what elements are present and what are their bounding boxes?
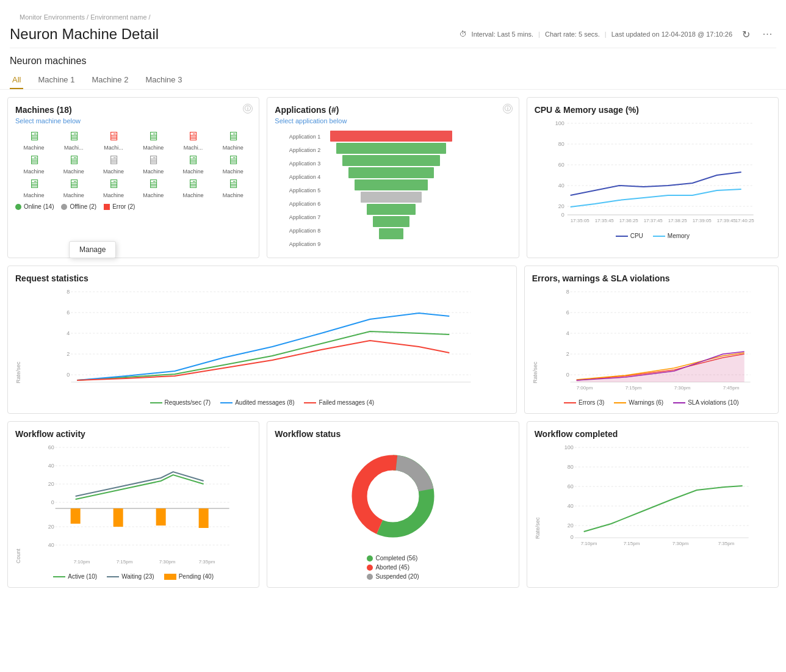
request-stats-chart-area: Rate/sec 8 6 4 2 0 bbox=[15, 286, 509, 396]
cpu-memory-chart: 100 80 60 40 20 0 17:35:05 17:35:45 17:3… bbox=[535, 117, 771, 227]
svg-text:7:10pm: 7:10pm bbox=[580, 541, 597, 546]
app-label: Application 9 bbox=[275, 238, 320, 250]
machine-item[interactable]: 🖥 Machine bbox=[135, 129, 172, 151]
svg-text:6: 6 bbox=[67, 309, 70, 316]
machine-icon: 🖥 bbox=[107, 153, 120, 167]
tab-machine2[interactable]: Machine 2 bbox=[89, 71, 131, 89]
legend-cpu: CPU bbox=[616, 233, 643, 239]
svg-text:100: 100 bbox=[564, 444, 573, 450]
machine-icon: 🖥 bbox=[107, 177, 120, 191]
errors-chart-area: Rate/sec 8 6 4 2 0 7: bbox=[532, 286, 771, 396]
machine-icon: 🖥 bbox=[147, 153, 159, 167]
machine-item[interactable]: 🖥 Machine bbox=[214, 129, 251, 151]
tab-machine1[interactable]: Machine 1 bbox=[35, 71, 77, 89]
svg-text:20: 20 bbox=[567, 522, 573, 529]
machine-item[interactable]: 🖥 Machine bbox=[55, 153, 92, 175]
request-stats-card: Request statistics Rate/sec 8 6 4 2 0 bbox=[7, 266, 517, 414]
legend-waiting: Waiting (23) bbox=[107, 573, 154, 580]
workflow-activity-area: Count 60 40 20 0 bbox=[15, 441, 251, 569]
machine-item[interactable]: 🖥 Machine bbox=[95, 153, 132, 175]
svg-text:17:35:05: 17:35:05 bbox=[570, 218, 590, 223]
machine-item[interactable]: 🖥 Machine bbox=[214, 153, 251, 175]
header-meta: ⏱ Interval: Last 5 mins. | Chart rate: 5… bbox=[460, 30, 732, 38]
row-3: Workflow activity Count 60 40 bbox=[0, 421, 786, 595]
svg-rect-77 bbox=[199, 508, 209, 528]
tab-all[interactable]: All bbox=[10, 71, 23, 89]
y-axis-label-workflow: Count bbox=[15, 441, 21, 563]
svg-text:8: 8 bbox=[67, 289, 70, 295]
svg-rect-75 bbox=[114, 508, 123, 527]
svg-rect-76 bbox=[156, 508, 166, 526]
svg-text:7:00pm: 7:00pm bbox=[576, 385, 593, 391]
legend-dot-online bbox=[15, 204, 21, 210]
legend-aborted-dot bbox=[367, 565, 373, 571]
legend-failed-line bbox=[304, 402, 316, 403]
breadcrumb-monitor[interactable]: Monitor Environments bbox=[20, 13, 85, 21]
svg-rect-3 bbox=[348, 167, 434, 178]
svg-text:0: 0 bbox=[51, 499, 54, 505]
machine-item[interactable]: 🖥 Machi... bbox=[55, 129, 92, 151]
svg-text:17:38:25: 17:38:25 bbox=[668, 218, 687, 223]
machine-item[interactable]: 🖥 Machi... bbox=[95, 129, 132, 151]
svg-text:2: 2 bbox=[566, 351, 569, 357]
machine-item[interactable]: 🖥 Machine bbox=[55, 177, 92, 198]
legend-memory-line bbox=[653, 236, 665, 237]
machines-title: Machines (18) bbox=[15, 105, 251, 115]
workflow-activity-card: Workflow activity Count 60 40 bbox=[7, 421, 259, 588]
machine-icon: 🖥 bbox=[147, 177, 159, 191]
machine-item[interactable]: 🖥 Machine bbox=[15, 129, 52, 151]
svg-text:7:30pm: 7:30pm bbox=[159, 559, 176, 565]
applications-info-icon[interactable]: ⓘ bbox=[503, 104, 513, 114]
refresh-button[interactable]: ↻ bbox=[737, 26, 754, 43]
svg-text:17:35:45: 17:35:45 bbox=[594, 218, 614, 223]
svg-text:20: 20 bbox=[48, 524, 54, 530]
errors-warnings-title: Errors, warnings & SLA violations bbox=[532, 273, 771, 283]
machine-item[interactable]: 🖥 Machine bbox=[135, 177, 172, 198]
svg-text:8: 8 bbox=[566, 289, 569, 295]
machine-item[interactable]: 🖥 Machine bbox=[95, 177, 132, 198]
svg-text:20: 20 bbox=[558, 203, 564, 209]
workflow-completed-card: Workflow completed Rate/sec 100 80 60 40… bbox=[527, 421, 779, 588]
machine-item[interactable]: 🖥 Machine bbox=[214, 177, 251, 198]
legend-warnings: Warnings (6) bbox=[614, 399, 663, 406]
legend-cpu-line bbox=[616, 236, 628, 237]
machine-item[interactable]: 🖥 Machine bbox=[15, 153, 52, 175]
chart-rate-label: Chart rate: 5 secs. bbox=[545, 31, 600, 38]
machines-grid: 🖥 Machine 🖥 Machi... 🖥 Machi... 🖥 Machin… bbox=[15, 129, 251, 198]
legend-pending-bar bbox=[164, 574, 176, 580]
legend-errors-line bbox=[564, 402, 576, 403]
legend-requests: Requests/sec (7) bbox=[150, 399, 211, 406]
svg-text:40: 40 bbox=[558, 182, 564, 189]
app-label: Application 3 bbox=[275, 157, 320, 170]
breadcrumb-env[interactable]: Environment name bbox=[90, 13, 146, 21]
machine-item[interactable]: 🖥 Machine bbox=[175, 153, 212, 175]
interval-label: Interval: Last 5 mins. bbox=[472, 31, 534, 38]
svg-text:6: 6 bbox=[566, 309, 569, 316]
svg-text:7:15pm: 7:15pm bbox=[623, 541, 640, 546]
legend-sla-line bbox=[673, 402, 685, 403]
more-button[interactable]: ··· bbox=[759, 26, 776, 43]
legend-completed: Completed (56) bbox=[367, 555, 419, 562]
legend-pending: Pending (40) bbox=[164, 573, 214, 580]
app-label: Application 4 bbox=[275, 171, 320, 183]
machine-item[interactable]: 🖥 Machi... bbox=[175, 129, 212, 151]
machine-item[interactable]: 🖥 Machine bbox=[135, 153, 172, 175]
cpu-memory-title: CPU & Memory usage (%) bbox=[535, 105, 771, 115]
app-label: Application 6 bbox=[275, 198, 320, 210]
tab-machine3[interactable]: Machine 3 bbox=[143, 71, 184, 89]
breadcrumb: Monitor Environments / Environment name … bbox=[10, 6, 776, 23]
workflow-activity-title: Workflow activity bbox=[15, 429, 251, 439]
legend-suspended: Suspended (20) bbox=[367, 573, 419, 580]
legend-aborted: Aborted (45) bbox=[367, 564, 419, 571]
machine-item[interactable]: 🖥 Machine bbox=[15, 177, 52, 198]
svg-text:17:39:45: 17:39:45 bbox=[716, 218, 736, 223]
machine-icon: 🖥 bbox=[68, 153, 80, 167]
app-label: Application 8 bbox=[275, 225, 320, 237]
last-updated-label: Last updated on 12-04-2018 @ 17:10:26 bbox=[611, 31, 732, 38]
manage-popup[interactable]: Manage bbox=[69, 241, 116, 258]
errors-svg: 8 6 4 2 0 7:00pm 7:15pm 7:30pm 7:45pm bbox=[541, 286, 771, 396]
machine-item[interactable]: 🖥 Machine bbox=[175, 177, 212, 198]
machine-icon: 🖥 bbox=[107, 129, 120, 143]
legend-online: Online (14) bbox=[15, 203, 54, 210]
workflow-completed-area: Rate/sec 100 80 60 40 20 0 bbox=[535, 441, 771, 551]
